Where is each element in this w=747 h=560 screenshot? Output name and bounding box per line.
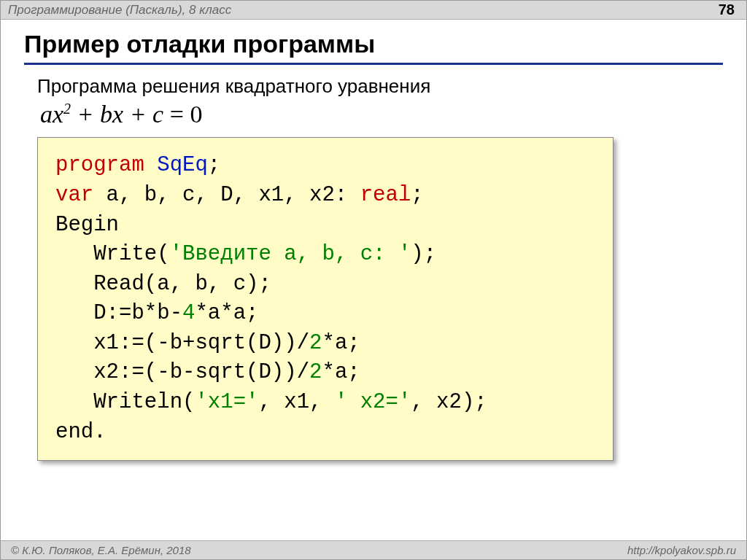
- formula-zero: 0: [190, 101, 202, 128]
- formula-x1: x: [53, 101, 63, 128]
- formula-plus1: +: [71, 101, 100, 128]
- topbar: Программирование (Паскаль), 8 класс 78: [1, 1, 746, 20]
- comma-x1: , x1,: [258, 390, 334, 414]
- comma-x2: , x2);: [411, 390, 487, 414]
- d-line-b: *a*a;: [195, 301, 258, 325]
- formula-x2: x: [112, 101, 123, 128]
- course-title: Программирование (Паскаль), 8 класс: [8, 3, 231, 18]
- kw-end: end.: [55, 420, 107, 444]
- semicolon: ;: [411, 183, 423, 207]
- read-call: Read(a, b, c);: [93, 272, 271, 296]
- page-number: 78: [719, 1, 739, 18]
- var-list: a, b, c, D, x1, x2:: [93, 183, 360, 207]
- program-name: SqEq: [157, 153, 208, 177]
- formula-b: b: [100, 101, 112, 128]
- formula-sup: 2: [63, 101, 71, 117]
- formula-a: a: [40, 101, 53, 128]
- footer: © К.Ю. Поляков, Е.А. Ерёмин, 2018 http:/…: [1, 540, 746, 559]
- indent: [55, 390, 93, 414]
- indent: [55, 272, 93, 296]
- x2-line-a: x2:=(-b-sqrt(D))/: [93, 360, 309, 384]
- subtitle: Программа решения квадратного уравнения: [37, 75, 723, 98]
- formula-c: c: [152, 101, 163, 128]
- x2-line-b: *a;: [322, 360, 360, 384]
- indent: [55, 242, 93, 266]
- space: [144, 153, 157, 177]
- footer-url: http://kpolyakov.spb.ru: [627, 544, 736, 556]
- kw-program: program: [55, 153, 144, 177]
- str-x2: ' x2=': [335, 390, 411, 414]
- equation-formula: ax2 + bx + c = 0: [40, 101, 723, 128]
- str-x1: 'x1=': [195, 390, 258, 414]
- num-4: 4: [182, 301, 195, 325]
- num-2b: 2: [309, 360, 322, 384]
- num-2a: 2: [309, 331, 322, 355]
- close: );: [411, 242, 436, 266]
- writeln-call: Writeln(: [93, 390, 195, 414]
- formula-plus2: +: [123, 101, 152, 128]
- write-call: Write(: [93, 242, 169, 266]
- code-box: program SqEq; var a, b, c, D, x1, x2: re…: [37, 137, 614, 461]
- d-line-a: D:=b*b-: [93, 301, 182, 325]
- x1-line-a: x1:=(-b+sqrt(D))/: [93, 331, 309, 355]
- indent: [55, 360, 93, 384]
- kw-begin: Begin: [55, 213, 119, 237]
- string-prompt: 'Введите a, b, c: ': [170, 242, 411, 266]
- content-area: Пример отладки программы Программа решен…: [1, 20, 746, 461]
- formula-eq: =: [163, 101, 190, 128]
- indent: [55, 301, 93, 325]
- slide: Программирование (Паскаль), 8 класс 78 П…: [0, 0, 747, 560]
- x1-line-b: *a;: [322, 331, 360, 355]
- page-title: Пример отладки программы: [24, 30, 723, 65]
- kw-real: real: [360, 183, 411, 207]
- footer-authors: © К.Ю. Поляков, Е.А. Ерёмин, 2018: [11, 544, 191, 556]
- kw-var: var: [55, 183, 93, 207]
- indent: [55, 331, 93, 355]
- semicolon: ;: [208, 153, 220, 177]
